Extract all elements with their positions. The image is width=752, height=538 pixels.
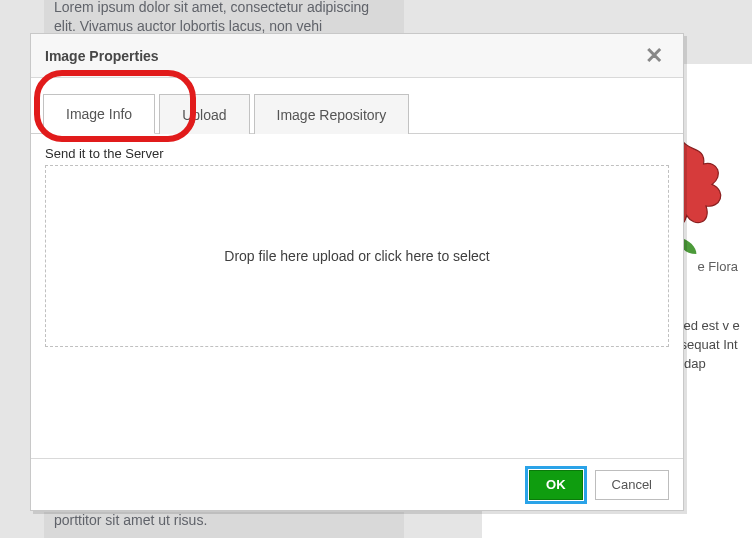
dropzone-text: Drop file here upload or click here to s… <box>224 248 489 264</box>
dialog-header: Image Properties ✕ <box>31 34 683 78</box>
bg-left-bottom-text: porttitor sit amet ut risus. <box>54 512 207 528</box>
tab-label: Image Info <box>66 106 132 122</box>
tab-image-info[interactable]: Image Info <box>43 94 155 134</box>
bg-left-top: Lorem ipsum dolor sit amet, consectetur … <box>54 0 369 34</box>
ok-button[interactable]: OK <box>529 470 583 500</box>
dialog-footer: OK Cancel <box>31 458 683 510</box>
tab-image-repository[interactable]: Image Repository <box>254 94 410 134</box>
close-icon[interactable]: ✕ <box>639 41 669 71</box>
section-label: Send it to the Server <box>45 146 669 161</box>
tab-label: Image Repository <box>277 107 387 123</box>
tab-upload[interactable]: Upload <box>159 94 249 134</box>
file-drop-zone[interactable]: Drop file here upload or click here to s… <box>45 165 669 347</box>
cancel-button[interactable]: Cancel <box>595 470 669 500</box>
dialog-body: Send it to the Server Drop file here upl… <box>31 134 683 347</box>
tabs-row: Image Info Upload Image Repository <box>31 78 683 134</box>
cancel-label: Cancel <box>612 477 652 492</box>
dialog-title: Image Properties <box>45 48 159 64</box>
image-properties-dialog: Image Properties ✕ Image Info Upload Ima… <box>30 33 684 511</box>
background-left-bottom: porttitor sit amet ut risus. <box>44 512 404 538</box>
ok-label: OK <box>546 477 566 492</box>
tab-label: Upload <box>182 107 226 123</box>
